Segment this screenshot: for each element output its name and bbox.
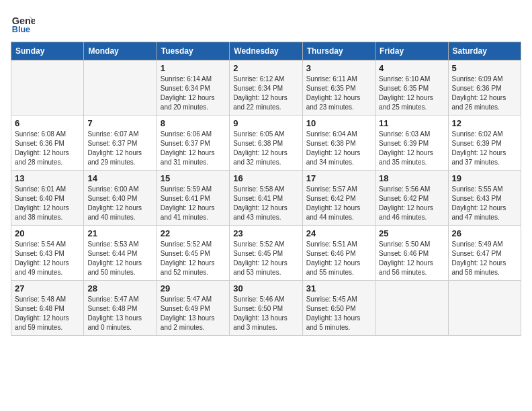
calendar-cell: 11Sunrise: 6:03 AMSunset: 6:39 PMDayligh…	[375, 116, 448, 171]
calendar-cell: 30Sunrise: 5:46 AMSunset: 6:50 PMDayligh…	[230, 281, 302, 336]
day-number: 5	[452, 63, 517, 73]
day-header-thursday: Thursday	[302, 42, 375, 60]
calendar-week-4: 20Sunrise: 5:54 AMSunset: 6:43 PMDayligh…	[11, 226, 521, 281]
calendar-cell: 12Sunrise: 6:02 AMSunset: 6:39 PMDayligh…	[448, 116, 521, 171]
day-number: 3	[306, 63, 371, 73]
calendar-cell: 29Sunrise: 5:47 AMSunset: 6:49 PMDayligh…	[157, 281, 229, 336]
calendar-cell	[375, 281, 448, 336]
day-number: 16	[233, 173, 298, 183]
day-info: Sunrise: 6:09 AMSunset: 6:36 PMDaylight:…	[452, 75, 517, 112]
day-info: Sunrise: 6:02 AMSunset: 6:39 PMDaylight:…	[452, 130, 517, 167]
day-number: 20	[15, 228, 80, 238]
calendar-cell	[84, 60, 157, 116]
day-number: 15	[161, 173, 226, 183]
day-number: 10	[306, 118, 371, 128]
calendar-cell: 18Sunrise: 5:56 AMSunset: 6:42 PMDayligh…	[375, 171, 448, 226]
day-number: 23	[233, 228, 298, 238]
calendar-cell: 7Sunrise: 6:07 AMSunset: 6:37 PMDaylight…	[84, 116, 157, 171]
svg-text:General: General	[12, 15, 35, 26]
calendar-cell: 19Sunrise: 5:55 AMSunset: 6:43 PMDayligh…	[448, 171, 521, 226]
day-info: Sunrise: 5:45 AMSunset: 6:50 PMDaylight:…	[306, 295, 371, 332]
header-row: SundayMondayTuesdayWednesdayThursdayFrid…	[11, 42, 521, 60]
day-info: Sunrise: 5:47 AMSunset: 6:48 PMDaylight:…	[87, 295, 152, 332]
day-number: 24	[306, 228, 371, 238]
calendar-cell: 6Sunrise: 6:08 AMSunset: 6:36 PMDaylight…	[11, 116, 84, 171]
day-info: Sunrise: 6:14 AMSunset: 6:34 PMDaylight:…	[161, 75, 226, 112]
day-number: 30	[233, 283, 298, 293]
day-number: 22	[161, 228, 226, 238]
day-number: 18	[379, 173, 444, 183]
day-info: Sunrise: 6:12 AMSunset: 6:34 PMDaylight:…	[233, 75, 298, 112]
day-info: Sunrise: 5:49 AMSunset: 6:47 PMDaylight:…	[452, 240, 517, 277]
day-info: Sunrise: 5:59 AMSunset: 6:41 PMDaylight:…	[161, 185, 226, 222]
calendar-cell: 2Sunrise: 6:12 AMSunset: 6:34 PMDaylight…	[230, 60, 302, 116]
day-number: 7	[87, 118, 152, 128]
calendar-cell: 1Sunrise: 6:14 AMSunset: 6:34 PMDaylight…	[157, 60, 229, 116]
calendar-cell	[11, 60, 84, 116]
day-number: 31	[306, 283, 371, 293]
day-info: Sunrise: 6:08 AMSunset: 6:36 PMDaylight:…	[15, 130, 80, 167]
day-number: 29	[161, 283, 226, 293]
day-info: Sunrise: 6:11 AMSunset: 6:35 PMDaylight:…	[306, 75, 371, 112]
day-number: 11	[379, 118, 444, 128]
calendar-cell: 23Sunrise: 5:52 AMSunset: 6:45 PMDayligh…	[230, 226, 302, 281]
day-info: Sunrise: 5:54 AMSunset: 6:43 PMDaylight:…	[15, 240, 80, 277]
calendar-cell: 15Sunrise: 5:59 AMSunset: 6:41 PMDayligh…	[157, 171, 229, 226]
calendar-cell: 28Sunrise: 5:47 AMSunset: 6:48 PMDayligh…	[84, 281, 157, 336]
day-number: 6	[15, 118, 80, 128]
page-header: General Blue	[11, 11, 521, 35]
calendar-cell: 25Sunrise: 5:50 AMSunset: 6:46 PMDayligh…	[375, 226, 448, 281]
calendar-table: SundayMondayTuesdayWednesdayThursdayFrid…	[11, 42, 521, 336]
calendar-cell: 20Sunrise: 5:54 AMSunset: 6:43 PMDayligh…	[11, 226, 84, 281]
calendar-cell: 5Sunrise: 6:09 AMSunset: 6:36 PMDaylight…	[448, 60, 521, 116]
calendar-cell: 10Sunrise: 6:04 AMSunset: 6:38 PMDayligh…	[302, 116, 375, 171]
day-number: 25	[379, 228, 444, 238]
calendar-cell: 14Sunrise: 6:00 AMSunset: 6:40 PMDayligh…	[84, 171, 157, 226]
day-header-tuesday: Tuesday	[157, 42, 229, 60]
calendar-cell: 17Sunrise: 5:57 AMSunset: 6:42 PMDayligh…	[302, 171, 375, 226]
day-header-friday: Friday	[375, 42, 448, 60]
day-info: Sunrise: 5:50 AMSunset: 6:46 PMDaylight:…	[379, 240, 444, 277]
calendar-cell: 16Sunrise: 5:58 AMSunset: 6:41 PMDayligh…	[230, 171, 302, 226]
day-info: Sunrise: 5:56 AMSunset: 6:42 PMDaylight:…	[379, 185, 444, 222]
day-info: Sunrise: 5:53 AMSunset: 6:44 PMDaylight:…	[87, 240, 152, 277]
day-info: Sunrise: 6:10 AMSunset: 6:35 PMDaylight:…	[379, 75, 444, 112]
day-info: Sunrise: 5:58 AMSunset: 6:41 PMDaylight:…	[233, 185, 298, 222]
calendar-cell: 31Sunrise: 5:45 AMSunset: 6:50 PMDayligh…	[302, 281, 375, 336]
day-number: 17	[306, 173, 371, 183]
calendar-cell: 26Sunrise: 5:49 AMSunset: 6:47 PMDayligh…	[448, 226, 521, 281]
day-number: 14	[87, 173, 152, 183]
day-info: Sunrise: 6:00 AMSunset: 6:40 PMDaylight:…	[87, 185, 152, 222]
logo: General Blue	[11, 11, 35, 35]
logo-icon: General Blue	[11, 11, 35, 35]
calendar-cell: 9Sunrise: 6:05 AMSunset: 6:38 PMDaylight…	[230, 116, 302, 171]
day-info: Sunrise: 5:52 AMSunset: 6:45 PMDaylight:…	[161, 240, 226, 277]
day-info: Sunrise: 5:48 AMSunset: 6:48 PMDaylight:…	[15, 295, 80, 332]
calendar-cell: 3Sunrise: 6:11 AMSunset: 6:35 PMDaylight…	[302, 60, 375, 116]
calendar-cell: 24Sunrise: 5:51 AMSunset: 6:46 PMDayligh…	[302, 226, 375, 281]
day-number: 9	[233, 118, 298, 128]
day-number: 13	[15, 173, 80, 183]
day-header-saturday: Saturday	[448, 42, 521, 60]
day-number: 1	[161, 63, 226, 73]
day-number: 4	[379, 63, 444, 73]
day-header-wednesday: Wednesday	[230, 42, 302, 60]
calendar-week-1: 1Sunrise: 6:14 AMSunset: 6:34 PMDaylight…	[11, 60, 521, 116]
day-info: Sunrise: 5:47 AMSunset: 6:49 PMDaylight:…	[161, 295, 226, 332]
day-number: 2	[233, 63, 298, 73]
calendar-cell: 27Sunrise: 5:48 AMSunset: 6:48 PMDayligh…	[11, 281, 84, 336]
svg-text:Blue: Blue	[12, 25, 30, 34]
day-header-monday: Monday	[84, 42, 157, 60]
day-number: 12	[452, 118, 517, 128]
day-header-sunday: Sunday	[11, 42, 84, 60]
day-info: Sunrise: 6:07 AMSunset: 6:37 PMDaylight:…	[87, 130, 152, 167]
day-info: Sunrise: 6:04 AMSunset: 6:38 PMDaylight:…	[306, 130, 371, 167]
day-info: Sunrise: 6:05 AMSunset: 6:38 PMDaylight:…	[233, 130, 298, 167]
day-number: 26	[452, 228, 517, 238]
day-number: 19	[452, 173, 517, 183]
day-info: Sunrise: 6:01 AMSunset: 6:40 PMDaylight:…	[15, 185, 80, 222]
calendar-cell: 22Sunrise: 5:52 AMSunset: 6:45 PMDayligh…	[157, 226, 229, 281]
calendar-cell: 8Sunrise: 6:06 AMSunset: 6:37 PMDaylight…	[157, 116, 229, 171]
calendar-cell: 21Sunrise: 5:53 AMSunset: 6:44 PMDayligh…	[84, 226, 157, 281]
day-number: 28	[87, 283, 152, 293]
